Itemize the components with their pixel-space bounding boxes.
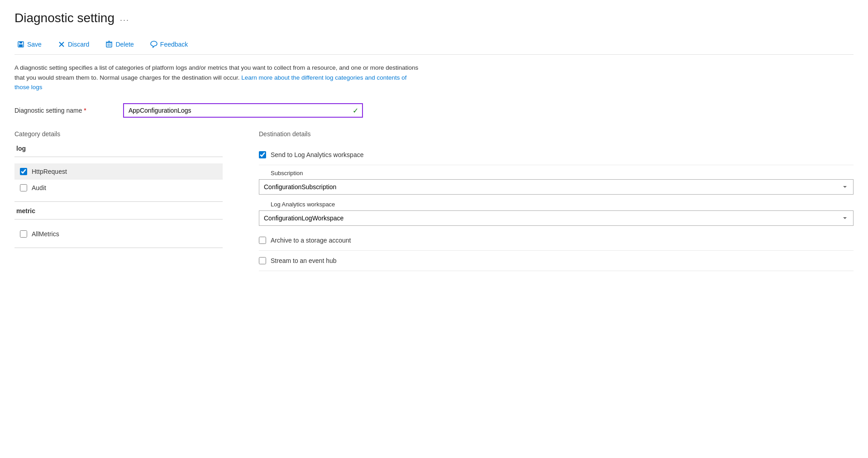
page-title-ellipsis: ... bbox=[120, 14, 129, 23]
required-marker: * bbox=[84, 107, 86, 114]
dest-item-storage: Archive to a storage account bbox=[259, 230, 854, 251]
subscription-label: Subscription bbox=[259, 170, 854, 177]
log-analytics-checkbox[interactable] bbox=[259, 151, 266, 158]
svg-rect-2 bbox=[19, 44, 23, 47]
dest-item-event-hub: Stream to an event hub bbox=[259, 251, 854, 271]
metric-group-divider bbox=[14, 219, 223, 219]
setting-name-input[interactable] bbox=[123, 103, 363, 118]
feedback-button[interactable]: Feedback bbox=[148, 39, 191, 50]
category-item-audit: Audit bbox=[14, 180, 223, 196]
workspace-label: Log Analytics workspace bbox=[259, 201, 854, 208]
dest-item-log-analytics: Send to Log Analytics workspace bbox=[259, 145, 854, 165]
category-details-title: Category details bbox=[14, 130, 223, 138]
log-group-divider bbox=[14, 157, 223, 157]
toolbar: Save Discard Delete Feedba bbox=[14, 34, 854, 55]
httprequest-label: HttpRequest bbox=[32, 168, 67, 175]
delete-button[interactable]: Delete bbox=[103, 39, 136, 50]
httprequest-checkbox[interactable] bbox=[20, 168, 27, 175]
category-item-httprequest: HttpRequest bbox=[14, 163, 223, 180]
delete-icon bbox=[105, 41, 113, 48]
feedback-icon bbox=[150, 41, 157, 48]
category-item-allmetrics: AllMetrics bbox=[14, 226, 223, 242]
event-hub-label: Stream to an event hub bbox=[271, 257, 337, 264]
save-button[interactable]: Save bbox=[14, 39, 44, 50]
main-content: Category details log HttpRequest Audit m… bbox=[14, 130, 854, 271]
workspace-select[interactable]: ConfigurationLogWorkspace bbox=[259, 210, 854, 226]
page-title: Diagnostic setting bbox=[14, 11, 114, 25]
audit-checkbox[interactable] bbox=[20, 184, 27, 191]
metric-bottom-divider bbox=[14, 248, 223, 248]
event-hub-checkbox[interactable] bbox=[259, 257, 266, 264]
storage-account-label: Archive to a storage account bbox=[271, 237, 351, 244]
svg-rect-5 bbox=[106, 43, 112, 47]
destination-details-panel: Destination details Send to Log Analytic… bbox=[241, 130, 854, 271]
metric-group-label: metric bbox=[14, 207, 223, 215]
setting-name-row: Diagnostic setting name * ✓ bbox=[14, 103, 854, 118]
svg-rect-1 bbox=[19, 42, 22, 43]
category-details-panel: Category details log HttpRequest Audit m… bbox=[14, 130, 241, 271]
log-group-label: log bbox=[14, 145, 223, 152]
subscription-select[interactable]: ConfigurationSubscription bbox=[259, 179, 854, 195]
storage-account-checkbox[interactable] bbox=[259, 237, 266, 244]
description: A diagnostic setting specifies a list of… bbox=[14, 63, 422, 92]
setting-name-input-wrapper: ✓ bbox=[123, 103, 363, 118]
log-analytics-label: Send to Log Analytics workspace bbox=[271, 151, 363, 158]
audit-label: Audit bbox=[32, 184, 46, 191]
setting-name-label: Diagnostic setting name * bbox=[14, 107, 114, 114]
log-analytics-sub-fields: Subscription ConfigurationSubscription L… bbox=[259, 170, 854, 226]
workspace-select-wrapper: ConfigurationLogWorkspace bbox=[259, 210, 854, 226]
discard-button[interactable]: Discard bbox=[55, 39, 92, 50]
save-icon bbox=[17, 41, 24, 48]
allmetrics-checkbox[interactable] bbox=[20, 230, 27, 238]
subscription-select-wrapper: ConfigurationSubscription bbox=[259, 179, 854, 195]
log-metric-divider bbox=[14, 201, 223, 202]
discard-icon bbox=[58, 41, 65, 48]
destination-details-title: Destination details bbox=[259, 130, 854, 138]
input-valid-icon: ✓ bbox=[353, 106, 358, 114]
allmetrics-label: AllMetrics bbox=[32, 230, 59, 238]
